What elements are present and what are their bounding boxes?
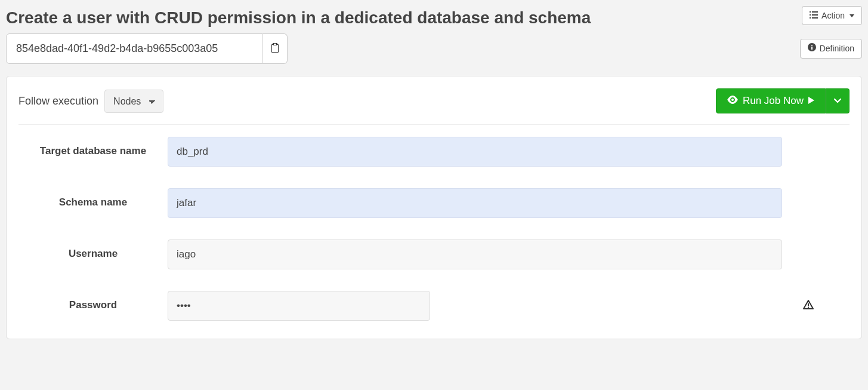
chevron-down-icon	[833, 96, 842, 106]
svg-rect-4	[810, 17, 811, 19]
svg-rect-2	[810, 14, 811, 16]
svg-point-7	[811, 45, 813, 46]
password-input[interactable]	[168, 291, 430, 321]
target-db-input[interactable]	[168, 137, 782, 167]
password-label: Password	[18, 291, 168, 311]
caret-down-icon	[850, 14, 854, 17]
follow-execution-label: Follow execution	[18, 95, 98, 108]
svg-rect-9	[808, 303, 809, 306]
follow-execution-select[interactable]: Nodes	[104, 90, 163, 113]
svg-rect-8	[811, 47, 813, 50]
warning-icon	[803, 300, 814, 312]
info-icon	[808, 43, 816, 54]
run-job-button[interactable]: Run Job Now	[716, 88, 826, 113]
uuid-input[interactable]	[6, 33, 262, 64]
list-icon	[810, 10, 818, 21]
svg-rect-5	[812, 17, 818, 19]
target-db-label: Target database name	[18, 137, 168, 157]
play-icon	[808, 95, 814, 107]
clipboard-icon	[271, 43, 279, 55]
copy-uuid-button[interactable]	[262, 33, 288, 64]
page-title: Create a user with CRUD permission in a …	[6, 8, 591, 27]
action-button-label: Action	[821, 10, 845, 21]
svg-rect-10	[808, 307, 809, 308]
svg-rect-0	[810, 11, 811, 13]
definition-button[interactable]: Definition	[800, 39, 862, 58]
eye-icon	[727, 95, 738, 107]
schema-input[interactable]	[168, 188, 782, 218]
username-label: Username	[18, 239, 168, 260]
action-button[interactable]: Action	[802, 6, 862, 25]
svg-rect-3	[812, 14, 818, 16]
job-card: Follow execution Nodes Run Job Now	[6, 76, 862, 339]
run-job-dropdown[interactable]	[826, 88, 850, 113]
schema-label: Schema name	[18, 188, 168, 208]
definition-button-label: Definition	[820, 43, 854, 54]
username-input[interactable]	[168, 239, 782, 269]
run-job-label: Run Job Now	[743, 95, 804, 107]
svg-rect-1	[812, 11, 818, 13]
